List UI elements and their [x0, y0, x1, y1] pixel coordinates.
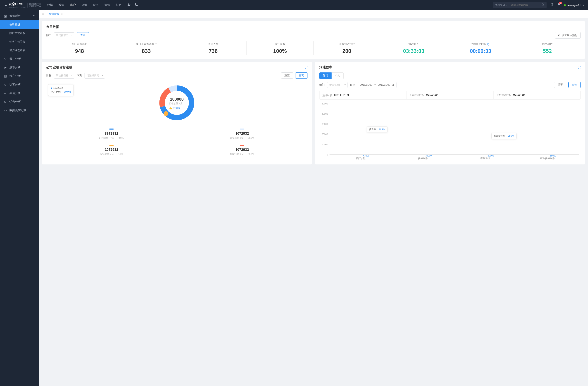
expand-icon-2[interactable]: ⛶ — [578, 66, 581, 69]
top-nav: ☁ 云朵CRM www.yunduocrm.com 教育机构一站式服务云平台 数… — [0, 0, 588, 10]
sidebar-item-sales-mgr[interactable]: 销售主管看板 — [0, 38, 39, 46]
duration-item: 有效通话时长02:10:19 — [406, 91, 493, 99]
tab-company-board[interactable]: 公司看板 ✕ — [47, 10, 64, 18]
dept-select[interactable]: 请选择部门 — [54, 32, 74, 38]
status-dot-icon — [564, 4, 566, 6]
user-menu[interactable]: manager11 ▾ — [564, 4, 584, 7]
comm-reset-button[interactable]: 重置 — [554, 82, 566, 88]
x-label: 拨打次数 — [330, 155, 392, 161]
comm-title: 沟通效率 — [319, 65, 332, 70]
comm-card: 沟通效率 ⛶ 部门 个人 部门 请选择部门 日期 2018/01/08 至 — [315, 62, 585, 164]
sidebar-item-cost[interactable]: ◔成本分析 — [0, 63, 39, 72]
sidebar-group-dashboard[interactable]: ▣ 数据看板 ⌃ — [0, 12, 39, 20]
metric: 今日有效首咨客户833 — [113, 41, 180, 55]
search-button[interactable] — [540, 2, 546, 8]
tab-bar: ☰ 公司看板 ✕ — [39, 10, 588, 18]
cost-icon: ◔ — [4, 66, 7, 69]
sidebar-item-cust-mgr[interactable]: 客户经理看板 — [0, 46, 39, 55]
chevron-up-icon: ⌃ — [33, 15, 35, 18]
sidebar-item-channel[interactable]: ∞渠道分析 — [0, 89, 39, 97]
info-icon[interactable]: ? — [487, 43, 490, 45]
chevron-down-icon: ▾ — [583, 4, 584, 7]
duration-item: 通话时长02:10:19 — [319, 91, 406, 99]
sidebar-item-company[interactable]: 公司看板 — [0, 20, 39, 29]
goal-query-button[interactable]: 查询 — [295, 72, 308, 78]
legend-item: 1072932未完成量（元）|20.9% — [177, 126, 308, 142]
nav-customers[interactable]: 客户 — [70, 3, 76, 7]
date-range-input[interactable]: 2018/01/08 至 2018/01/08 🗓 — [358, 82, 397, 88]
donut-tooltip: 1072932 所占比例：70.9% — [48, 84, 74, 96]
toggle-person[interactable]: 个人 — [332, 72, 344, 79]
goal-card: 公司业绩目标达成 ⛶ 目标 请选择目标 周期 请选择周期 重置 查询 — [42, 62, 312, 164]
today-card: 今日数据 部门 请选择部门 查询 ⚙ 设置显示指标 今日首咨客户948今日有效首… — [42, 21, 585, 59]
visitor-icon: ☺ — [4, 83, 7, 86]
metric: 平均通话时长?00:00:33 — [447, 41, 514, 55]
x-label: 有效接通次数 — [516, 155, 579, 161]
period-label: 周期 — [77, 74, 82, 77]
nav-ops[interactable]: 运营 — [104, 3, 110, 7]
period-select[interactable]: 请选择周期 — [84, 73, 105, 78]
nav-data[interactable]: 数据 — [47, 3, 53, 7]
sidebar-item-promo[interactable]: ▤推广分析 — [0, 72, 39, 80]
svg-point-0 — [128, 3, 129, 5]
nav-leads[interactable]: 线索 — [59, 3, 64, 7]
sidebar-item-sales[interactable]: ◎销售分析 — [0, 97, 39, 106]
expand-icon[interactable]: ⛶ — [305, 66, 308, 69]
svg-point-7 — [164, 111, 168, 116]
brand-url: www.yunduocrm.com — [9, 6, 26, 8]
dashboard-icon: ▣ — [4, 15, 7, 18]
query-button[interactable]: 查询 — [77, 32, 89, 38]
settings-button[interactable]: ⚙ 设置显示指标 — [555, 32, 581, 39]
nav-pool[interactable]: 公海 — [82, 3, 87, 7]
nav-finance[interactable]: 财务 — [93, 3, 99, 7]
legend-item: 1072932超额完成（元）|89.9% — [177, 142, 308, 158]
comm-query-button[interactable]: 查询 — [568, 82, 581, 88]
channel-icon: ∞ — [4, 92, 7, 95]
flow-icon: ▭ — [4, 109, 7, 112]
donut-center-value: 100000 — [169, 97, 185, 102]
user-name: manager11 — [567, 4, 581, 7]
mobile-icon[interactable] — [550, 3, 553, 7]
hamburger-icon[interactable]: ☰ — [42, 13, 44, 16]
legend-item: 1072932应完成量（元）|8.9% — [46, 142, 177, 158]
metric: 回访人数736 — [180, 41, 247, 55]
chart-tip-1: 接通率：70.9% — [367, 127, 387, 132]
svg-point-1 — [542, 4, 544, 5]
donut-status: 👍 已达成 — [169, 106, 185, 110]
sidebar: ▣ 数据看板 ⌃ 公司看板 推广主管看板 销售主管看板 客户经理看板 ▽漏斗分析… — [0, 10, 39, 386]
x-label: 接通次数 — [392, 155, 454, 161]
phone-icon[interactable] — [135, 3, 138, 7]
metric: 通话时长03:33:03 — [380, 41, 447, 55]
brand-name: 云朵CRM — [9, 2, 26, 6]
comm-dept-select[interactable]: 请选择部门 — [327, 82, 348, 88]
today-title: 今日数据 — [46, 25, 581, 29]
close-icon[interactable]: ✕ — [61, 13, 63, 16]
search-input[interactable] — [509, 2, 540, 8]
sidebar-item-funnel[interactable]: ▽漏斗分析 — [0, 55, 39, 63]
sidebar-item-flow[interactable]: ▭数据流转记录 — [0, 106, 39, 115]
thumbs-up-icon: 👍 — [169, 107, 172, 109]
promo-icon: ▤ — [4, 75, 7, 78]
x-label: 有效通话 — [454, 155, 516, 161]
target-select[interactable]: 请选择目标 — [54, 73, 74, 78]
duration-item: 平均通话时长02:10:19 — [494, 91, 580, 99]
sidebar-item-promo-mgr[interactable]: 推广主管看板 — [0, 29, 39, 38]
metric: 有效通话次数200 — [314, 41, 380, 55]
target-label: 目标 — [46, 74, 51, 77]
donut-center-label: 目标总量（元） — [169, 102, 185, 105]
calendar-icon: 🗓 — [392, 83, 394, 86]
comm-dept-label: 部门 — [319, 83, 325, 87]
brand-sub: 教育机构一站式服务云平台 — [27, 3, 41, 8]
reset-button[interactable]: 重置 — [281, 72, 293, 78]
bell-icon[interactable]: 5 — [557, 3, 560, 7]
nav-signup[interactable]: 报名 — [116, 3, 122, 7]
metric: 成交单数552 — [514, 41, 581, 55]
add-user-icon[interactable] — [127, 3, 131, 7]
donut-chart: 100000 目标总量（元） 👍 已达成 — [157, 83, 196, 123]
sidebar-item-visitor[interactable]: ☺访客分析 — [0, 80, 39, 89]
bar-chart: 01000020000300004000050000 接通率：70.9% 有效接… — [319, 102, 581, 161]
gear-icon: ⚙ — [558, 34, 560, 37]
toggle-dept[interactable]: 部门 — [319, 72, 332, 79]
logo: ☁ 云朵CRM www.yunduocrm.com 教育机构一站式服务云平台 — [4, 2, 41, 8]
search-type-select[interactable]: 手机号码 ▾ — [493, 2, 509, 8]
